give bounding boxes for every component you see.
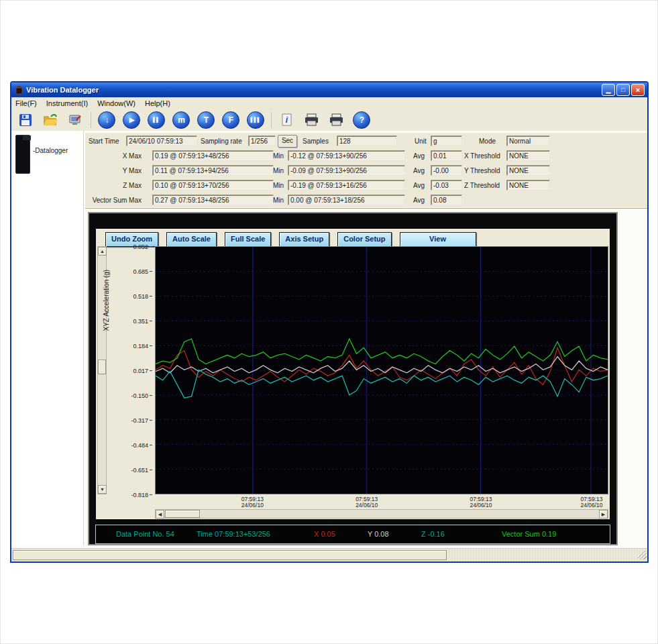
summary-panel: Start Time 24/06/10 07:59:13 Sampling ra… [85,132,648,208]
y-tick-label: -0.818 [131,492,148,498]
sec-button[interactable]: Sec [278,135,297,148]
y-min-label: Min [264,165,284,176]
view-button[interactable]: View [400,232,476,247]
color-setup-button[interactable]: Color Setup [337,232,391,247]
download-icon: ↓ [98,111,115,129]
play-button[interactable]: ▶ [120,109,143,130]
scroll-up-icon[interactable]: ▲ [98,247,107,256]
vertical-scroll-thumb[interactable] [98,360,106,374]
mode-value: Normal [506,136,550,146]
samples-value: 128 [337,136,397,146]
start-time-label: Start Time [89,136,119,147]
vector-sum-avg-label: Avg [413,195,425,206]
x-axis-labels: 07:59:1324/06/1007:59:1324/06/1007:59:13… [155,496,608,510]
status-item-0: Data Point No. 54 [116,530,174,538]
bars-button[interactable]: ▌▌▌ [244,109,267,130]
chart-horizontal-scrollbar[interactable]: ◀ ▶ [155,509,608,519]
help-button[interactable]: ? [350,109,373,130]
x-min-label: Min [264,150,284,162]
z-max-value: 0.10 @ 07:59:13+70/256 [152,180,274,191]
print-graph-button[interactable] [300,109,323,130]
horizontal-scroll-thumb[interactable] [165,510,200,518]
menu-window[interactable]: Window(W) [97,99,135,107]
y-axis-title: XYZ Acceleration (g) [103,322,110,331]
x-threshold-value: NONE [506,150,550,161]
open-folder-icon [42,113,58,127]
menu-file[interactable]: File(F) [15,99,37,107]
printer-icon [304,113,320,127]
y-tick-mark [150,345,152,346]
download-data-button[interactable]: ↓ [95,109,118,130]
window-horizontal-scrollbar[interactable] [11,548,647,561]
close-button[interactable]: × [631,84,645,96]
y-tick-label: 0.685 [133,268,148,275]
status-item-2: X 0.05 [314,530,335,538]
app-window: Vibration Datalogger ▁ □ × File(F) Instr… [10,81,649,563]
sidebar: -Datalogger [11,131,84,545]
z-max-label: Z Max [87,180,142,191]
chart-status-bar: Data Point No. 54 Time 07:59:13+53/256 X… [95,525,610,544]
save-button[interactable] [14,109,37,130]
info-document-button[interactable]: i [276,109,298,130]
y-max-label: Y Max [87,165,142,176]
titlebar[interactable]: Vibration Datalogger ▁ □ × [11,83,647,97]
monitor-m-button[interactable]: m [170,109,193,130]
toolbar-separator [271,112,272,128]
y-tick-label: -0.317 [131,417,148,424]
printer-icon [329,113,345,127]
save-icon [18,113,33,127]
frequency-f-button[interactable]: F [219,109,242,130]
pause-icon: ▌▌ [148,111,165,129]
time-t-button[interactable]: T [195,109,217,130]
y-tick-label: 0.518 [133,293,148,300]
y-threshold-value: NONE [506,165,550,176]
x-max-value: 0.19 @ 07:59:13+48/256 [152,150,274,161]
y-tick-label: 0.852 [133,244,148,250]
scroll-right-icon[interactable]: ▶ [599,510,608,519]
window-title: Vibration Datalogger [26,86,600,94]
plot-area[interactable] [155,246,608,494]
full-scale-button[interactable]: Full Scale [225,232,271,247]
menu-instrument[interactable]: Instrument(I) [46,99,88,107]
f-icon: F [222,111,239,129]
z-threshold-label: Z Threshold [464,180,500,191]
resize-grip-icon[interactable] [638,551,647,559]
scroll-down-icon[interactable]: ▼ [98,485,107,494]
y-tick-label: 0.184 [133,343,148,350]
y-tick-label: 0.351 [133,318,148,325]
minimize-button[interactable]: ▁ [602,84,615,96]
z-min-value: -0.19 @ 07:59:13+16/256 [288,180,405,191]
print-report-button[interactable] [325,109,348,130]
menu-help[interactable]: Help(H) [145,99,170,107]
sampling-rate-value: 1/256 [248,136,276,146]
y-tick-mark [150,395,152,396]
y-max-value: 0.11 @ 07:59:13+94/256 [152,165,274,176]
x-tick-label: 07:59:1324/06/10 [461,496,501,508]
device-setup-button[interactable] [64,109,87,130]
waveform-chart [156,247,608,494]
window-scroll-thumb[interactable] [13,550,447,560]
pause-button[interactable]: ▌▌ [145,109,168,130]
chart-panel: Undo Zoom Auto Scale Full Scale Axis Set… [96,229,610,519]
play-icon: ▶ [123,111,140,129]
maximize-button[interactable]: □ [616,84,630,96]
sidebar-item-datalogger[interactable]: -Datalogger [33,147,68,154]
y-tick-label: 0.017 [133,368,148,374]
auto-scale-button[interactable]: Auto Scale [166,232,217,247]
axis-setup-button[interactable]: Axis Setup [279,232,329,247]
scroll-left-icon[interactable]: ◀ [156,510,164,519]
y-avg-label: Avg [413,165,425,176]
undo-zoom-button[interactable]: Undo Zoom [105,232,158,247]
start-time-value: 24/06/10 07:59:13 [126,136,197,146]
app-icon [14,85,23,95]
samples-label: Samples [303,136,329,147]
toolbar: ↓ ▶ ▌▌ m T F ▌▌▌ i ? [11,109,649,131]
vector-sum-min-value: 0.00 @ 07:59:13+18/256 [288,195,405,205]
t-icon: T [197,111,215,129]
y-tick-mark [150,271,152,272]
y-tick-mark [150,296,152,297]
z-avg-value: -0.03 [431,180,462,191]
open-button[interactable] [39,109,62,130]
sampling-rate-label: Sampling rate [201,136,242,147]
y-tick-mark [150,321,152,321]
